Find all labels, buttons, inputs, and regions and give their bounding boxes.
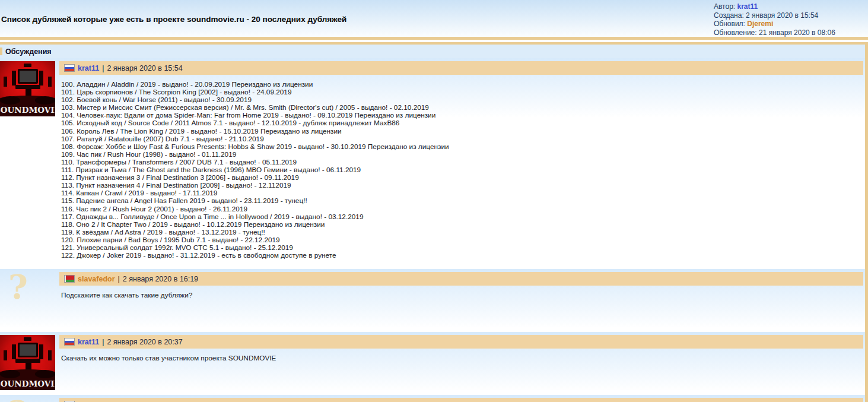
post-text-line: 106. Король Лев / The Lion King / 2019 -… bbox=[61, 128, 859, 135]
post-main: slavafedor | 2 января 2020 в 16:19 Подск… bbox=[59, 272, 863, 304]
post-date: 2 января 2020 в 15:54 bbox=[107, 64, 182, 72]
post-header: Djeremi | 21 января 2020 в 08:06 bbox=[59, 398, 863, 402]
soundmovie-avatar-image: SOUNDMOVIE bbox=[0, 335, 55, 390]
post-main: krat11 | 2 января 2020 в 20:37 Скачать и… bbox=[59, 335, 863, 367]
avatar-cell: SOUNDMOVIE bbox=[0, 61, 59, 116]
post-header-separator: | bbox=[102, 64, 104, 72]
post-row: SOUNDMOVIE krat11 | 2 января 2020 в 15:5… bbox=[0, 58, 865, 264]
soundmovie-avatar-image: SOUNDMOVIE bbox=[0, 61, 55, 116]
post-main: krat11 | 2 января 2020 в 15:54 100. Алад… bbox=[59, 61, 863, 264]
meta-updated-line: Обновление: 21 января 2020 в 08:06 bbox=[714, 29, 835, 37]
meta-author-link[interactable]: krat11 bbox=[737, 2, 758, 11]
page-title: Список дубляжей которые уже есть в проек… bbox=[1, 15, 346, 24]
post-author-link[interactable]: krat11 bbox=[78, 64, 99, 72]
meta-author-line: Автор: krat11 bbox=[714, 2, 835, 11]
post-row: SOUNDMOVIE krat11 | 2 января 2020 в 20:3… bbox=[0, 332, 865, 390]
post-date: 2 января 2020 в 20:37 bbox=[107, 338, 182, 346]
post-header-separator: | bbox=[102, 338, 104, 346]
avatar-placeholder-question-mark: ? bbox=[8, 267, 28, 306]
post-date: 2 января 2020 в 16:19 bbox=[123, 275, 198, 283]
avatar-placeholder-question-mark: ? bbox=[8, 393, 28, 402]
flag-ru-icon bbox=[64, 64, 75, 72]
flag-by-icon bbox=[64, 275, 75, 283]
meta-updated-label: Обновление: bbox=[714, 29, 757, 37]
post-author-link[interactable]: krat11 bbox=[78, 338, 99, 346]
post-text-line: 117. Однажды в... Голливуде / Once Upon … bbox=[61, 213, 859, 221]
post-row: ? Djeremi | 21 января 2020 в 08:06 Где м… bbox=[0, 395, 865, 402]
post-text-line: 109. Час пик / Rush Hour (1998) - выдано… bbox=[61, 151, 859, 159]
post-header-separator: | bbox=[118, 275, 120, 283]
post-text-line: Скачать их можно только став участником … bbox=[61, 354, 859, 362]
discussions-section: Обсуждения SOUNDMOVIE krat11 bbox=[0, 45, 868, 402]
meta-created-line: Создана: 2 января 2020 в 15:54 bbox=[714, 11, 835, 20]
post-text-line: 120. Плохие парни / Bad Boys / 1995 Dub … bbox=[61, 236, 859, 244]
post-row: ? slavafedor | 2 января 2020 в 16:19 Под… bbox=[0, 269, 865, 327]
post-body: Скачать их можно только став участником … bbox=[59, 349, 863, 367]
meta-updated-value: 21 января 2020 в 08:06 bbox=[759, 29, 835, 37]
post-header: slavafedor | 2 января 2020 в 16:19 bbox=[59, 272, 863, 286]
post-body: Подскажите как скачать такие дубляжи? bbox=[59, 286, 863, 304]
post-text-line: 118. Оно 2 / It Chapter Two / 2019 - выд… bbox=[61, 221, 859, 229]
avatar-cell: SOUNDMOVIE bbox=[0, 335, 59, 390]
post-body: 100. Аладдин / Aladdin / 2019 - выдано! … bbox=[59, 75, 863, 264]
meta-updated-by-link[interactable]: Djeremi bbox=[747, 20, 773, 28]
post-text-line: 108. Форсаж: Хоббс и Шоу Fast & Furious … bbox=[61, 143, 859, 151]
avatar-cell: ? bbox=[0, 272, 59, 273]
meta-updated-by-label: Обновил: bbox=[714, 20, 745, 28]
topic-header: Список дубляжей которые уже есть в проек… bbox=[0, 0, 868, 37]
post-header: krat11 | 2 января 2020 в 15:54 bbox=[59, 61, 863, 75]
post-main: Djeremi | 21 января 2020 в 08:06 Где мож… bbox=[59, 398, 863, 402]
meta-updated-by-line: Обновил: Djeremi bbox=[714, 20, 835, 29]
meta-created-value: 2 января 2020 в 15:54 bbox=[746, 11, 818, 20]
post-text-line: 115. Падение ангела / Angel Has Fallen 2… bbox=[61, 197, 859, 205]
post-header: krat11 | 2 января 2020 в 20:37 bbox=[59, 335, 863, 349]
post-text-line: Подскажите как скачать такие дубляжи? bbox=[61, 292, 859, 299]
avatar-soundmovie-label: SOUNDMOVIE bbox=[0, 105, 55, 115]
meta-author-label: Автор: bbox=[714, 2, 735, 11]
collapse-icon[interactable] bbox=[0, 48, 2, 55]
avatar-cell: ? bbox=[0, 398, 59, 398]
meta-created-label: Создана: bbox=[714, 11, 744, 20]
post-text-line: 116. Час пик 2 / Rush Hour 2 (2001) - вы… bbox=[61, 205, 859, 213]
post-text-line: 119. К звёздам / Ad Astra / 2019 - выдан… bbox=[61, 229, 859, 236]
avatar-soundmovie-label: SOUNDMOVIE bbox=[0, 379, 55, 388]
post-text-line: 107. Рататуй / Ratatouille (2007) Dub 7.… bbox=[61, 135, 859, 143]
post-text-line: 105. Исходный код / Source Code / 2011 A… bbox=[61, 119, 859, 127]
post-author-link[interactable]: slavafedor bbox=[78, 275, 115, 283]
flag-ru-icon bbox=[64, 338, 75, 346]
posts-list: SOUNDMOVIE krat11 | 2 января 2020 в 15:5… bbox=[0, 58, 865, 402]
discussions-title: Обсуждения bbox=[5, 48, 52, 56]
topic-meta: Автор: krat11 Создана: 2 января 2020 в 1… bbox=[714, 2, 835, 37]
discussions-header: Обсуждения bbox=[0, 45, 865, 58]
post-text-line: 122. Джокер / Joker 2019 - выдано! - 31.… bbox=[61, 252, 859, 259]
